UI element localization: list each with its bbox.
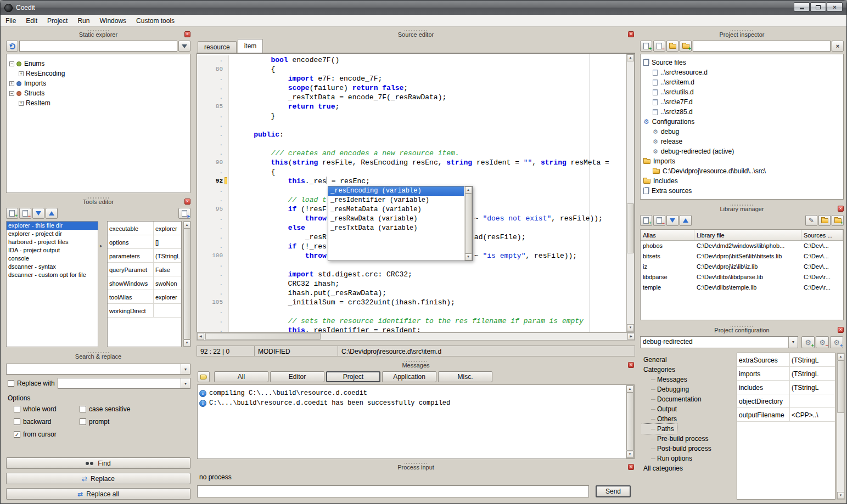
scroll-right-button[interactable]: ▶: [627, 333, 635, 340]
move-library-up-button[interactable]: [680, 215, 692, 226]
code-line[interactable]: . this._resIdentifier = resIdent;: [197, 326, 626, 332]
code-line[interactable]: . public:: [197, 130, 626, 139]
menu-item-windows[interactable]: Windows: [94, 15, 131, 26]
dropdown-arrow-icon[interactable]: ▾: [788, 337, 798, 348]
drag-grip[interactable]: [731, 30, 754, 31]
minimize-button[interactable]: [794, 2, 810, 12]
code-line[interactable]: 105 _initialSum = crc322uint(ihash.finis…: [197, 298, 626, 307]
scroll-thumb[interactable]: [626, 393, 633, 451]
code-line[interactable]: 80 {: [197, 65, 626, 74]
checkbox-replace-with[interactable]: Replace with: [8, 380, 55, 387]
tool-item-explorer-this-file-dir[interactable]: explorer - this file dir: [7, 222, 98, 230]
column-header-alias[interactable]: Alias: [641, 230, 694, 240]
move-library-down-button[interactable]: [666, 215, 678, 226]
completion-item-restxtdata-variable[interactable]: _resTxtData (variable): [328, 224, 464, 233]
drag-grip[interactable]: [405, 361, 428, 362]
property-row-options[interactable]: options[]: [108, 235, 181, 249]
tree-item-src-resource-d[interactable]: ..\src\resource.d: [641, 67, 843, 77]
category-pre-build-process[interactable]: Pre-build process: [641, 434, 734, 444]
category-output[interactable]: Output: [641, 404, 734, 414]
configuration-selector[interactable]: debug-redirected ▾: [640, 336, 798, 348]
code-line[interactable]: . ihash.put(_resRawData);: [197, 288, 626, 298]
drag-grip[interactable]: [87, 30, 110, 31]
category-documentation[interactable]: Documentation: [641, 394, 734, 404]
column-header-library-file[interactable]: Library file: [694, 230, 801, 240]
tree-item-src-item-d[interactable]: ..\src\item.d: [641, 77, 843, 87]
drag-grip[interactable]: [731, 205, 754, 206]
scroll-up-button[interactable]: ▲: [465, 186, 472, 194]
completion-item-resrawdata-variable[interactable]: _resRawData (variable): [328, 214, 464, 224]
tree-item-structs[interactable]: −Structs: [7, 88, 190, 98]
checkbox-case-sensitive[interactable]: case sensitive: [80, 405, 130, 413]
filter-misc-button[interactable]: Misc.: [438, 371, 492, 382]
remove-library-button[interactable]: −: [653, 215, 665, 226]
property-row-queryparamet[interactable]: queryParametFalse: [108, 263, 181, 276]
tree-item-imports[interactable]: Imports: [641, 156, 843, 166]
scroll-thumb[interactable]: [183, 229, 190, 339]
run-tool-button[interactable]: ▸: [178, 208, 190, 219]
checkbox-whole-word[interactable]: whole word: [14, 405, 80, 413]
panel-header[interactable]: Process input ×: [197, 462, 635, 472]
code-line[interactable]: . {: [197, 167, 626, 177]
category-debugging[interactable]: Debugging: [641, 384, 734, 394]
code-line[interactable]: 85 return true;: [197, 102, 626, 111]
code-line[interactable]: 92 this._res = resEnc;: [197, 177, 626, 186]
remove-source-button[interactable]: −: [653, 41, 665, 52]
editor-tab-item[interactable]: item: [238, 39, 263, 53]
panel-header[interactable]: Project inspector: [639, 30, 845, 39]
add-configuration-button[interactable]: ⚙+: [801, 336, 815, 348]
config-property-extrasources[interactable]: extraSources(TStringL: [737, 353, 835, 367]
close-panel-button[interactable]: ×: [838, 327, 844, 333]
code-line[interactable]: . }: [197, 111, 626, 121]
column-header-sources[interactable]: Sources ...: [801, 230, 843, 240]
library-row-temple[interactable]: templeC:\Dev\dlibs\temple.libC:\Dev\r...: [641, 282, 843, 293]
library-row-libdparse[interactable]: libdparseC:\Dev\dlibs\libdparse.libC:\De…: [641, 272, 843, 282]
tree-item-src-z85-d[interactable]: ..\src\z85.d: [641, 107, 843, 117]
scroll-down-button[interactable]: ▼: [627, 324, 634, 331]
collapse-icon[interactable]: −: [9, 61, 14, 66]
scroll-up-button[interactable]: ▲: [626, 386, 633, 393]
tree-item-resencoding[interactable]: +ResEncoding: [7, 69, 190, 78]
replace-all-button[interactable]: ⇄Replace all: [6, 488, 190, 500]
remove-configuration-button[interactable]: ⚙−: [816, 336, 829, 348]
completion-item-resmetadata-variable[interactable]: _resMetaData (variable): [328, 205, 464, 214]
drag-grip[interactable]: [405, 463, 428, 464]
panel-header[interactable]: Tools editor ×: [5, 197, 192, 206]
filter-application-button[interactable]: Application: [382, 371, 436, 382]
editor-horizontal-scrollbar[interactable]: ◀ ▶: [197, 332, 635, 341]
search-term-combo[interactable]: ▾: [6, 364, 190, 375]
tool-item-dscanner-custom-opt-for-file[interactable]: dscanner - custom opt for file: [7, 271, 98, 279]
code-line[interactable]: .: [197, 121, 626, 130]
panel-header[interactable]: Source editor ×: [197, 30, 635, 39]
scroll-left-button[interactable]: ◀: [197, 333, 204, 340]
scroll-thumb[interactable]: [627, 203, 634, 253]
drag-grip[interactable]: [87, 352, 110, 353]
close-panel-button[interactable]: ×: [184, 199, 190, 205]
property-row-workingdirect[interactable]: workingDirect: [108, 304, 181, 318]
menu-item-project[interactable]: Project: [42, 15, 72, 26]
panel-header[interactable]: Project configuration ×: [639, 325, 845, 335]
filter-editor-button[interactable]: Editor: [270, 371, 324, 382]
code-line[interactable]: . _resTxtData = encode_7F(_resRawData);: [197, 93, 626, 102]
completion-item-resencoding-variable[interactable]: _resEncoding (variable): [328, 186, 464, 196]
tree-item-debug-redirected-active[interactable]: debug-redirected (active): [641, 146, 843, 156]
scroll-up-button[interactable]: ▲: [837, 353, 844, 360]
open-folder-button[interactable]: [666, 41, 678, 52]
close-panel-button[interactable]: ×: [628, 31, 634, 37]
add-library-button[interactable]: +: [640, 215, 652, 226]
property-row-showwindows[interactable]: showWindowsswoNon: [108, 276, 181, 290]
scroll-thumb[interactable]: [205, 333, 321, 340]
tree-item-release[interactable]: release: [641, 137, 843, 146]
collapse-icon[interactable]: −: [9, 91, 14, 96]
tree-item-debug[interactable]: debug: [641, 127, 843, 137]
add-library-folder-button[interactable]: +: [832, 215, 844, 226]
panel-header[interactable]: Search & replace: [5, 352, 192, 361]
editor-vertical-scrollbar[interactable]: ▲ ▼: [626, 54, 635, 332]
code-line[interactable]: . bool encodee7F(): [197, 55, 626, 65]
code-line[interactable]: .: [197, 261, 626, 270]
find-button[interactable]: Find: [6, 457, 190, 469]
tree-item-enums[interactable]: −Enums: [7, 59, 190, 69]
panel-header[interactable]: Messages ×: [197, 360, 635, 370]
tree-item-src-utils-d[interactable]: ..\src\utils.d: [641, 87, 843, 97]
tree-item-src-e7f-d[interactable]: ..\src\e7F.d: [641, 97, 843, 107]
